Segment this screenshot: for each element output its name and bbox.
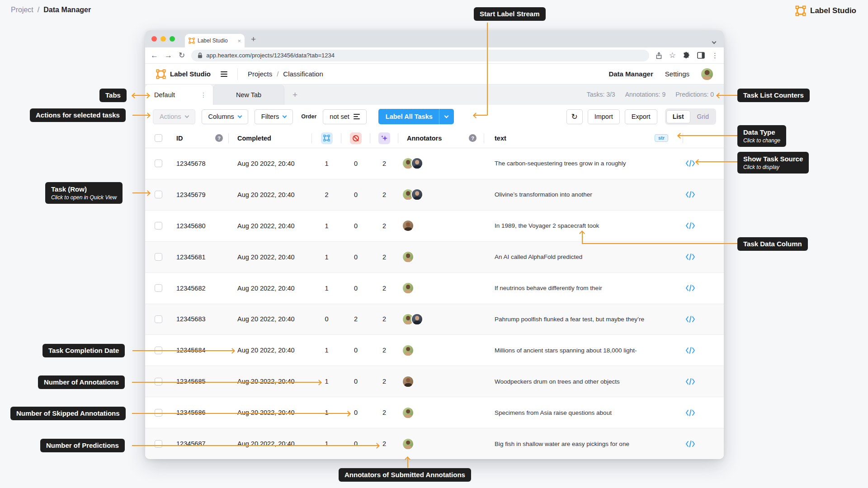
select-all-checkbox[interactable] [155, 134, 162, 142]
callout-show-task-source: Show Task SourceClick to display [737, 152, 809, 174]
show-task-source-icon[interactable] [685, 191, 695, 198]
show-task-source-icon[interactable] [685, 441, 695, 447]
breadcrumb-project[interactable]: Project [11, 6, 33, 14]
task-completion-date: Aug 20 2022, 20:40 [229, 285, 312, 292]
app-breadcrumb-projects[interactable]: Projects [248, 70, 272, 78]
help-icon[interactable] [215, 134, 223, 142]
table-row[interactable]: 12345678 Aug 20 2022, 20:40 1 0 2 The ca… [145, 148, 724, 179]
share-icon[interactable] [656, 52, 662, 59]
app-brand-label: Label Studio [170, 70, 211, 78]
callout-task-list-counters: Task List Counters [737, 89, 810, 102]
side-panel-icon[interactable] [697, 52, 705, 59]
table-row[interactable]: 12345679 Aug 20 2022, 20:40 2 0 2 Olivin… [145, 179, 724, 211]
import-button[interactable]: Import [588, 109, 620, 124]
export-label: Export [632, 113, 651, 120]
annotator-avatar[interactable] [402, 438, 414, 450]
reload-icon[interactable]: ↻ [179, 52, 185, 59]
user-avatar[interactable] [701, 68, 713, 80]
new-tab-button[interactable]: + [251, 35, 256, 43]
annotator-avatar[interactable] [402, 344, 414, 357]
help-icon[interactable] [469, 134, 476, 142]
hamburger-menu-icon[interactable] [221, 71, 227, 77]
row-checkbox[interactable] [155, 315, 162, 323]
row-checkbox[interactable] [155, 191, 162, 198]
counter-annotations: Annotations: 9 [625, 91, 666, 98]
url-field[interactable]: app.heartex.com/projects/123456/data?tab… [191, 50, 649, 61]
show-task-source-icon[interactable] [685, 285, 695, 291]
header-completed[interactable]: Completed [237, 135, 271, 142]
header-id[interactable]: ID [176, 135, 183, 142]
forward-icon[interactable]: → [165, 52, 172, 59]
row-checkbox[interactable] [155, 440, 162, 448]
show-task-source-icon[interactable] [685, 347, 695, 354]
browser-menu-icon[interactable]: ⋮ [712, 52, 718, 60]
nav-data-manager[interactable]: Data Manager [609, 70, 653, 78]
table-row[interactable]: 12345681 Aug 20 2022, 20:40 1 0 2 An AI … [145, 242, 724, 273]
minimize-window-button[interactable] [160, 36, 166, 42]
task-completion-date: Aug 20 2022, 20:40 [229, 440, 312, 447]
columns-button[interactable]: Columns [202, 109, 248, 124]
close-tab-icon[interactable]: × [237, 38, 241, 44]
annotator-avatar[interactable] [411, 188, 423, 201]
table-row[interactable]: 12345680 Aug 20 2022, 20:40 1 0 2 In 198… [145, 211, 724, 242]
annotator-avatar[interactable] [402, 407, 414, 419]
annotator-avatar[interactable] [411, 313, 423, 325]
view-list-button[interactable]: List [666, 110, 690, 123]
label-all-tasks-button[interactable]: Label All Tasks [378, 109, 454, 124]
view-grid-button[interactable]: Grid [691, 110, 715, 123]
refresh-button[interactable]: ↻ [566, 109, 583, 124]
actions-button[interactable]: Actions [153, 109, 195, 124]
tab-default[interactable]: Default ⋮ [145, 84, 213, 105]
extensions-puzzle-icon[interactable] [683, 52, 690, 59]
row-checkbox[interactable] [155, 284, 162, 292]
order-value: not set [330, 113, 349, 120]
header-annotators[interactable]: Annotators [407, 135, 442, 142]
add-tab-icon[interactable]: + [292, 90, 297, 100]
annotator-avatar[interactable] [402, 251, 414, 263]
show-task-source-icon[interactable] [685, 253, 695, 260]
dm-tab-bar: Default ⋮ New Tab + Tasks: 3/3 Annotatio… [145, 84, 724, 105]
tab-menu-icon[interactable]: ⋮ [200, 91, 207, 99]
annotations-column-icon[interactable] [321, 132, 333, 144]
annotators-avatars [398, 438, 484, 450]
annotator-avatar[interactable] [402, 282, 414, 294]
order-button[interactable]: not set [323, 109, 367, 124]
task-completion-date: Aug 20 2022, 20:40 [229, 347, 312, 354]
browser-tab[interactable]: Label Studio × [185, 34, 245, 47]
close-window-button[interactable] [151, 36, 157, 42]
nav-settings[interactable]: Settings [665, 70, 689, 78]
row-checkbox[interactable] [155, 253, 162, 261]
annotator-avatar[interactable] [402, 375, 414, 388]
back-icon[interactable]: ← [151, 52, 158, 59]
bookmark-star-icon[interactable]: ☆ [669, 51, 676, 60]
import-label: Import [594, 113, 613, 120]
show-task-source-icon[interactable] [685, 160, 695, 167]
row-checkbox[interactable] [155, 160, 162, 167]
table-row[interactable]: 12345682 Aug 20 2022, 20:40 1 0 2 If neu… [145, 273, 724, 304]
predictions-count: 2 [370, 285, 398, 292]
table-row[interactable]: 12345687 Aug 20 2022, 20:40 1 0 2 Big fi… [145, 428, 724, 459]
export-button[interactable]: Export [625, 109, 657, 124]
tab-new-tab[interactable]: New Tab [213, 84, 284, 105]
data-type-badge[interactable]: str [655, 134, 668, 142]
show-task-source-icon[interactable] [685, 378, 695, 385]
show-task-source-icon[interactable] [685, 409, 695, 416]
annotator-avatar[interactable] [402, 220, 414, 232]
annotated-screenshot: Project / Data Manager Label Studio Labe… [0, 0, 868, 488]
zoom-window-button[interactable] [170, 36, 175, 42]
skipped-column-icon[interactable] [350, 132, 362, 144]
annotator-avatar[interactable] [411, 157, 423, 169]
filters-button[interactable]: Filters [255, 109, 293, 124]
task-id: 12345683 [172, 315, 229, 323]
tab-search-chevron-icon[interactable] [712, 37, 716, 45]
task-text: Pahrump poolfish flunked a fear test, bu… [484, 316, 683, 323]
show-task-source-icon[interactable] [685, 222, 695, 229]
table-row[interactable]: 12345683 Aug 20 2022, 20:40 0 2 2 Pahrum… [145, 304, 724, 335]
predictions-column-icon[interactable] [378, 132, 390, 144]
header-text[interactable]: text [495, 135, 506, 142]
row-checkbox[interactable] [155, 222, 162, 230]
show-task-source-icon[interactable] [685, 316, 695, 323]
lock-icon [198, 52, 203, 58]
chevron-down-icon[interactable] [444, 114, 448, 118]
app-logo-icon[interactable] [156, 69, 166, 79]
